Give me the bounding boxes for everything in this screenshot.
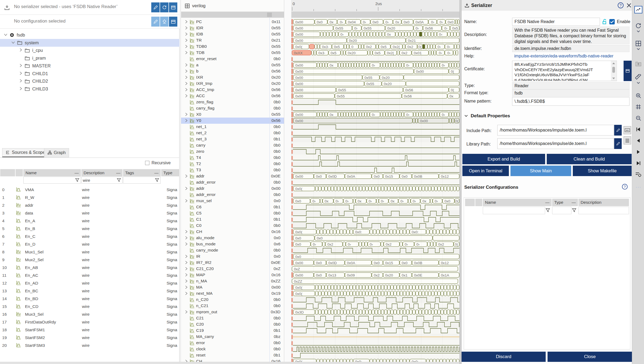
signal-item-net_2[interactable]: net_2 0b0 [181, 130, 284, 136]
tree-item-fsdb[interactable]: fsdb [0, 31, 179, 39]
go-previous-icon[interactable] [634, 136, 643, 145]
library-path-field[interactable]: /home/thomas/Workspaces/impulse/de.toem.… [497, 138, 614, 149]
show-makefile-button[interactable]: Show Makefile [573, 166, 632, 176]
wave-row-Y0[interactable]: 0x000x000( [292, 118, 459, 124]
close-button[interactable]: Close [548, 352, 632, 362]
signal-expand-icon[interactable] [184, 88, 188, 93]
wave-row-zero_flag[interactable] [292, 99, 459, 105]
refresh-icon[interactable] [634, 21, 643, 30]
waveform-area[interactable]: 0 2us 0x000x00x0›0x040›0x00›0x0x00x0A0›0… [292, 0, 459, 364]
config-type-filter[interactable] [552, 207, 571, 214]
library-path-edit-button[interactable] [614, 138, 622, 149]
wave-row-carry[interactable] [292, 142, 459, 148]
signal-item-PC[interactable]: PC 0x11 [181, 19, 284, 25]
signal-expand-icon[interactable] [184, 310, 188, 315]
wave-row-carry_mode[interactable] [292, 247, 459, 253]
wave-row-MA[interactable]: 0x0( [292, 284, 459, 290]
table-row-En_B[interactable]: 5 En_B wire Signa [0, 225, 179, 233]
wave-row-reset[interactable] [292, 352, 459, 358]
table-row-En_BC[interactable]: 13 En_BC wire Signa [0, 287, 179, 295]
signal-item-error[interactable]: error 0b0 [181, 340, 284, 346]
signal-item-net_3[interactable]: net_3 0b1 [181, 136, 284, 142]
wave-row-IXR_tmp[interactable]: 0x000x550x20 [292, 81, 459, 87]
signal-item-C21_C20[interactable]: C21_C20 0xZ [181, 266, 284, 272]
signal-item-MA[interactable]: MA 0x00 [181, 284, 284, 290]
signal-item-TR[interactable]: TR 0x21 [181, 37, 284, 43]
wave-row-net_1[interactable] [292, 124, 459, 130]
measure-icon[interactable] [634, 73, 643, 82]
open-parent-folder-icon[interactable] [634, 60, 643, 68]
signal-expand-icon[interactable] [184, 51, 188, 56]
wave-row-ACC[interactable]: 0x000x550x560x [292, 93, 459, 99]
wave-row-bus_mode[interactable]: 0x00›0x20›0›0x20›0›0x20( [292, 241, 459, 247]
column-header-description[interactable]: Description— [81, 169, 123, 176]
signal-item-C1[interactable]: C1 0b1 [181, 216, 284, 223]
description-filter-input[interactable]: wire [81, 177, 123, 184]
clean-and-build-button[interactable]: Clean and Build [547, 154, 632, 164]
timeline-axis[interactable]: 0 2us [292, 0, 459, 12]
configuration-dialog-button[interactable] [169, 17, 177, 27]
wave-row-CH[interactable]: 0x0(0x0:0x0: [292, 229, 459, 235]
wave-row-ACC_tmp[interactable]: 0x000x550x560( [292, 87, 459, 93]
close-icon[interactable] [626, 2, 632, 9]
table-row-En_AD[interactable]: 12 En_AD wire Signa [0, 279, 179, 287]
signal-item-CH[interactable]: CH 0x16 [181, 229, 284, 235]
name-filter-input[interactable] [23, 177, 81, 184]
signal-item-C19[interactable]: C19 0b1 [181, 327, 284, 334]
wave-row-MA_carry[interactable] [292, 334, 459, 340]
signal-item-net_1[interactable]: net_1 0b0 [181, 124, 284, 130]
waveform-view-icon[interactable] [634, 5, 643, 14]
signal-item-C5[interactable]: C5 0b0 [181, 210, 284, 216]
wave-row-IDB[interactable]: 0x000›0x0› [292, 31, 459, 37]
signal-expand-icon[interactable] [184, 20, 188, 25]
wave-row-IR7_IR2[interactable]: 0x000x00x0D0x0A0x00x150x00x0B0x12 [292, 260, 459, 266]
help-link-field[interactable]: impulse-extension/eda-waveform/fsdb-nati… [512, 53, 629, 60]
wave-row-b[interactable]: 0x000x000( [292, 68, 459, 74]
filter-icon[interactable] [545, 208, 550, 214]
certificate-scrollbar[interactable] [611, 61, 616, 81]
signal-item-n_MA[interactable]: n_MA 0xZZ [181, 278, 284, 284]
signal-item-TDB0[interactable]: TDB0 0x55 [181, 43, 284, 50]
export-and-build-button[interactable]: Export and Build [462, 154, 545, 164]
refresh-serializer-button[interactable] [160, 2, 168, 12]
signal-item-next_MA[interactable]: next_MA 0x19 [181, 290, 284, 297]
wave-vertical-scrollbar[interactable] [459, 0, 461, 364]
signal-item-addr[interactable]: addr 0x00 [181, 185, 284, 192]
tree-item-MASTER[interactable]: MASTER [0, 62, 179, 70]
signal-expand-icon[interactable] [184, 279, 188, 284]
wave-row-addr[interactable]: 0x0( [292, 185, 459, 192]
wave-row-C19[interactable] [292, 327, 459, 334]
wave-row-n_C20[interactable] [292, 297, 459, 303]
wave-row-C21[interactable] [292, 315, 459, 321]
open-in-terminal-button[interactable]: Open in Terminal [462, 166, 509, 176]
table-row-En_CD[interactable]: 15 En_CD wire Signa [0, 303, 179, 311]
wave-row-TR[interactable]: 0x000x200x21 [292, 37, 459, 43]
signal-expand-icon[interactable] [184, 82, 188, 86]
include-path-edit-button[interactable] [614, 125, 622, 136]
wave-row-IXR[interactable]: 0x000x550x20 [292, 74, 459, 81]
tree-arrow-icon[interactable] [19, 71, 25, 76]
signal-expand-icon[interactable] [184, 63, 188, 68]
signal-item-IXR_tmp[interactable]: IXR_tmp 0x20 [181, 81, 284, 87]
wave-row-IR[interactable]: 0x0 [292, 253, 459, 260]
text-mode-button[interactable]: abc [624, 126, 631, 134]
signal-expand-icon[interactable] [184, 112, 188, 117]
wave-row-alu_mode[interactable]: 0x00x0 [292, 235, 459, 241]
signal-item-n_C21[interactable]: n_C21 0b0 [181, 303, 284, 309]
signal-item-X0[interactable]: X0 0x55 [181, 111, 284, 118]
more-icon[interactable] [634, 183, 643, 192]
wave-row-n_C21[interactable] [292, 303, 459, 309]
include-path-field[interactable]: /home/thomas/Workspaces/impulse/de.toem.… [497, 125, 614, 136]
go-last-icon[interactable] [634, 159, 643, 168]
tree-item-CHILD3[interactable]: CHILD3 [0, 85, 179, 93]
signal-item-ACC_tmp[interactable]: ACC_tmp 0x56 [181, 87, 284, 93]
table-row-FirstDataOutRdy[interactable]: 17 FirstDataOutRdy wire Signa [0, 318, 179, 326]
tree-item-CHILD2[interactable]: CHILD2 [0, 77, 179, 85]
wave-row-C20[interactable] [292, 321, 459, 327]
serializer-dialog-button[interactable] [169, 2, 177, 12]
wave-row-T3[interactable] [292, 167, 459, 173]
show-main-button[interactable]: Show Main [510, 166, 571, 176]
signal-item-bus_mode[interactable]: bus_mode 0x6 [181, 241, 284, 247]
tree-arrow-icon[interactable] [19, 86, 25, 92]
wave-row-C0[interactable] [292, 223, 459, 229]
